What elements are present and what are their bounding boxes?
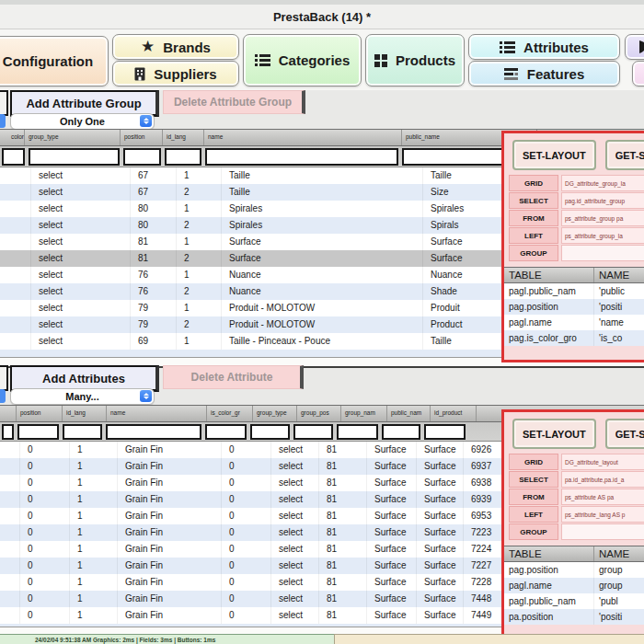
filter-input[interactable] [382, 424, 420, 440]
table-cell: select [271, 558, 319, 574]
filter-input[interactable] [17, 424, 59, 440]
table-row[interactable]: pagl.name'name [504, 315, 644, 330]
group-mode-select[interactable]: Only One [10, 113, 155, 130]
field-label: GRID [509, 175, 558, 191]
partial-toolbar-button[interactable] [625, 34, 644, 60]
table-cell: select [271, 442, 319, 458]
field-value-input[interactable]: pa.id_attribute,pa.id_a [561, 471, 644, 488]
get-sql-button[interactable]: GET-S [605, 419, 644, 449]
brands-button[interactable]: ★ Brands [112, 34, 239, 60]
suppliers-button[interactable]: Suppliers [112, 61, 239, 86]
table-cell: 2 [177, 316, 222, 333]
field-value-input[interactable]: ps_attribute AS pa [561, 489, 644, 505]
filter-input[interactable] [424, 424, 466, 440]
table-cell: Surface [222, 234, 423, 250]
field-row: GROUP [509, 524, 644, 539]
column-header[interactable]: NAME [594, 546, 644, 561]
column-header[interactable]: id_lang [163, 130, 204, 145]
field-value-input[interactable] [561, 523, 644, 540]
table-row[interactable]: pag.positiongroup [504, 562, 644, 578]
filter-input[interactable] [106, 424, 201, 440]
clipped-button-fragment[interactable] [0, 90, 8, 116]
filter-input[interactable] [293, 424, 333, 440]
attribute-mode-select[interactable]: Many... [10, 388, 155, 405]
clipped-button-fragment[interactable] [0, 365, 8, 391]
column-header[interactable]: group_type [25, 130, 121, 145]
field-value-input[interactable]: pag.id_attribute_group [561, 192, 644, 209]
table-cell: 0 [222, 491, 271, 508]
table-row[interactable]: pagl.public_nam'public [504, 283, 644, 299]
filter-input[interactable] [337, 424, 378, 440]
field-value-input[interactable]: DG_attribute_group_la [561, 175, 644, 191]
field-value-input[interactable] [561, 245, 644, 261]
column-header[interactable]: position [121, 130, 163, 145]
set-layout-button[interactable]: SET-LAYOUT [512, 140, 596, 170]
column-header[interactable]: public_nam [387, 406, 431, 421]
clipped-control-fragment[interactable] [0, 389, 6, 403]
partial-toolbar-button[interactable] [632, 61, 644, 86]
app-window: { "window": { "title": "PrestaBack (14) … [0, 0, 644, 644]
column-header[interactable]: group_type [253, 406, 297, 421]
filter-input[interactable] [2, 148, 25, 166]
table-row[interactable]: pagl.namegroup [504, 578, 644, 593]
delete-attribute-group-label: Delete Attribute Group [174, 96, 292, 109]
filter-input[interactable] [165, 148, 201, 166]
attributes-button[interactable]: Attributes [468, 34, 620, 60]
filter-input[interactable] [63, 424, 102, 440]
column-header[interactable]: TABLE [504, 268, 594, 282]
configuration-button[interactable]: Configuration [0, 36, 109, 86]
table-cell: 81 [319, 475, 367, 491]
column-header[interactable]: is_color_gr [207, 406, 253, 421]
field-row: GRID DG_attribute_group_la [509, 176, 644, 190]
add-attribute-group-label: Add Attribute Group [26, 97, 141, 110]
features-button[interactable]: Features [468, 61, 620, 86]
column-header[interactable]: name [107, 406, 207, 421]
column-header[interactable]: position [17, 406, 63, 421]
filter-input[interactable] [205, 148, 398, 166]
table-row[interactable]: pag.position'positi [504, 299, 644, 315]
get-sql-button[interactable]: GET-S [605, 140, 644, 170]
column-header[interactable]: NAME [594, 268, 644, 282]
column-header[interactable]: color [0, 130, 25, 145]
table-cell [0, 217, 31, 234]
column-header[interactable]: id_lang [63, 406, 107, 421]
column-header[interactable]: group_pos [297, 406, 341, 421]
table-row[interactable]: pa.position'positi [504, 609, 644, 625]
column-header[interactable]: TABLE [504, 546, 594, 561]
table-cell: 2 [177, 184, 222, 201]
filter-input[interactable] [29, 148, 120, 166]
set-layout-button[interactable]: SET-LAYOUT [512, 419, 596, 449]
table-cell: 81 [319, 491, 367, 508]
table-cell: 1 [70, 541, 118, 558]
filter-input[interactable] [123, 148, 161, 166]
delete-attribute-group-button[interactable]: Delete Attribute Group [163, 90, 305, 114]
table-row[interactable]: pagl.public_nam'publ [504, 593, 644, 609]
status-bar: 24/02/04 9:51:38 AM Graphics: 2ms | Fiel… [0, 634, 334, 644]
table-row[interactable]: pag.is_color_gro'is_co [504, 330, 644, 346]
clipped-control-fragment[interactable] [0, 114, 6, 128]
filter-input[interactable] [2, 424, 14, 440]
field-value-input[interactable]: DG_attribute_layout [561, 454, 644, 470]
table-cell [0, 201, 31, 217]
table-cell [0, 574, 20, 591]
table-cell [0, 524, 20, 541]
field-value-input[interactable]: ps_attribute_group_la [561, 227, 644, 244]
filter-input[interactable] [205, 424, 247, 440]
table-cell [0, 300, 31, 316]
table-cell [0, 184, 31, 201]
filter-input[interactable] [250, 424, 290, 440]
table-cell: select [271, 458, 319, 475]
table-cell: select [271, 591, 319, 607]
column-header[interactable] [0, 406, 17, 421]
grid-icon [374, 54, 387, 67]
field-row: FROM ps_attribute_group pa [509, 211, 644, 225]
column-header[interactable]: name [204, 130, 402, 145]
field-value-input[interactable]: ps_attribute_group pa [561, 210, 644, 226]
column-header[interactable]: id_product [431, 406, 477, 421]
column-header[interactable]: group_nam [341, 406, 387, 421]
field-value-input[interactable]: ps_attribute_lang AS p [561, 506, 644, 523]
table-cell: 0 [20, 475, 70, 491]
categories-button[interactable]: Categories [243, 34, 362, 86]
delete-attribute-button[interactable]: Delete Attribute [163, 365, 304, 389]
products-button[interactable]: Products [365, 34, 465, 86]
